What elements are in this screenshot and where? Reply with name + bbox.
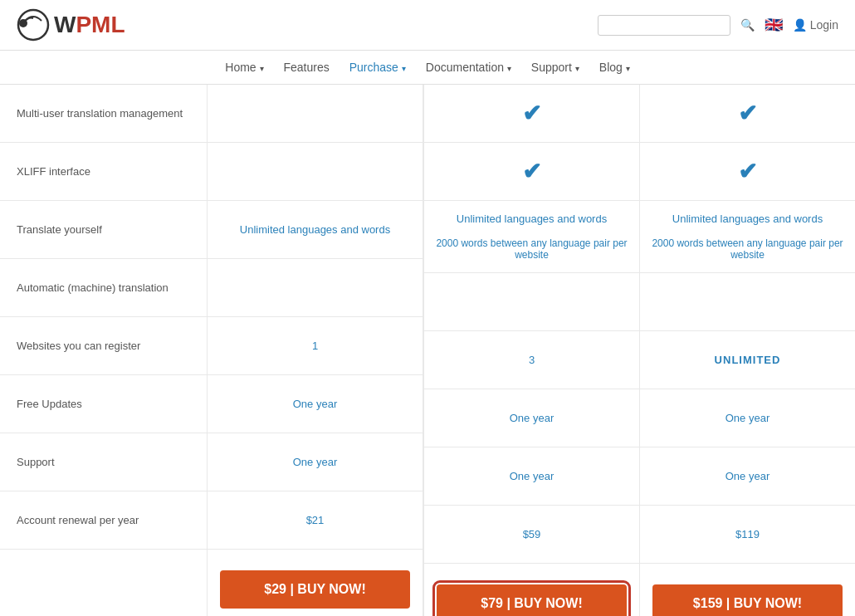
feature-renewal: Account renewal per year — [0, 491, 207, 550]
flag-icon: 🇬🇧 — [765, 16, 783, 34]
feature-free-updates: Free Updates — [0, 375, 207, 433]
agency-support: One year — [640, 447, 855, 506]
plans-area: Unlimited languages and words 1 One year… — [208, 85, 855, 616]
agency-buy-row: $159 | BUY NOW! — [640, 564, 855, 616]
feature-xliff: XLIFF interface — [0, 143, 207, 201]
agency-machine — [640, 273, 855, 331]
nav-blog[interactable]: Blog ▾ — [599, 61, 630, 74]
header-right: 🔍 🇬🇧 👤 Login — [598, 15, 838, 36]
starter-xliff — [208, 143, 423, 201]
feature-support: Support — [0, 433, 207, 491]
starter-buy-button[interactable]: $29 | BUY NOW! — [220, 570, 410, 609]
starter-machine — [208, 259, 423, 317]
agency-multi-user: ✔ — [640, 85, 855, 143]
starter-support: One year — [208, 433, 423, 491]
business-machine — [424, 273, 639, 331]
feature-multi-user: Multi-user translation management — [0, 85, 207, 143]
starter-buy-row: $29 | BUY NOW! — [208, 550, 423, 616]
business-xliff: ✔ — [424, 143, 639, 201]
business-buy-row: $79 | BUY NOW! — [424, 564, 639, 616]
business-renewal: $59 — [424, 506, 639, 564]
business-support: One year — [424, 447, 639, 506]
business-buy-button[interactable]: $79 | BUY NOW! — [437, 584, 627, 616]
agency-buy-button[interactable]: $159 | BUY NOW! — [652, 584, 843, 616]
business-translate: Unlimited languages and words 2000 words… — [424, 201, 639, 273]
user-icon: 👤 — [793, 18, 807, 32]
logo-w: W — [54, 12, 76, 37]
nav-support[interactable]: Support ▾ — [531, 61, 579, 74]
logo-pml: PML — [76, 12, 125, 37]
search-button[interactable]: 🔍 — [740, 18, 755, 32]
plan-agency: ✔ ✔ Unlimited languages and words 2000 w… — [640, 85, 855, 616]
feature-machine-translation: Automatic (machine) translation — [0, 259, 207, 317]
chevron-down-icon: ▾ — [626, 64, 630, 73]
main-nav: Home ▾ Features Purchase ▾ Documentation… — [0, 51, 855, 85]
agency-translate: Unlimited languages and words 2000 words… — [640, 201, 855, 273]
starter-multi-user — [208, 85, 423, 143]
feature-websites: Websites you can register — [0, 317, 207, 375]
plan-business: ✔ ✔ Unlimited languages and words 2000 w… — [423, 85, 640, 616]
business-multi-user: ✔ — [424, 85, 639, 143]
nav-features[interactable]: Features — [284, 61, 330, 74]
starter-updates: One year — [208, 375, 423, 433]
check-icon: ✔ — [522, 100, 541, 127]
chevron-down-icon: ▾ — [575, 64, 579, 73]
nav-documentation[interactable]: Documentation ▾ — [426, 61, 511, 74]
header: WPML 🔍 🇬🇧 👤 Login Home ▾ Features Purcha… — [0, 0, 855, 85]
business-websites: 3 — [424, 331, 639, 389]
starter-websites: 1 — [208, 317, 423, 375]
starter-renewal: $21 — [208, 491, 423, 550]
features-column: Multi-user translation management XLIFF … — [0, 85, 208, 616]
agency-websites: UNLIMITED — [640, 331, 855, 389]
pricing-table: Multi-user translation management XLIFF … — [0, 85, 855, 616]
nav-home[interactable]: Home ▾ — [225, 61, 263, 74]
chevron-down-icon: ▾ — [260, 64, 264, 73]
business-updates: One year — [424, 389, 639, 447]
agency-updates: One year — [640, 389, 855, 447]
check-icon: ✔ — [738, 100, 757, 127]
starter-translate: Unlimited languages and words — [208, 201, 423, 259]
logo: WPML — [17, 8, 125, 42]
check-icon: ✔ — [738, 158, 757, 185]
logo-icon — [17, 8, 50, 42]
login-label: Login — [810, 18, 838, 32]
agency-renewal: $119 — [640, 506, 855, 564]
feature-translate-yourself: Translate yourself — [0, 201, 207, 259]
nav-purchase[interactable]: Purchase ▾ — [349, 61, 406, 74]
chevron-down-icon: ▾ — [507, 64, 511, 73]
check-icon: ✔ — [522, 158, 541, 185]
chevron-down-icon: ▾ — [402, 64, 406, 73]
plan-starter: Unlimited languages and words 1 One year… — [208, 85, 423, 616]
agency-xliff: ✔ — [640, 143, 855, 201]
login-link[interactable]: 👤 Login — [793, 18, 838, 32]
search-input[interactable] — [598, 15, 730, 36]
